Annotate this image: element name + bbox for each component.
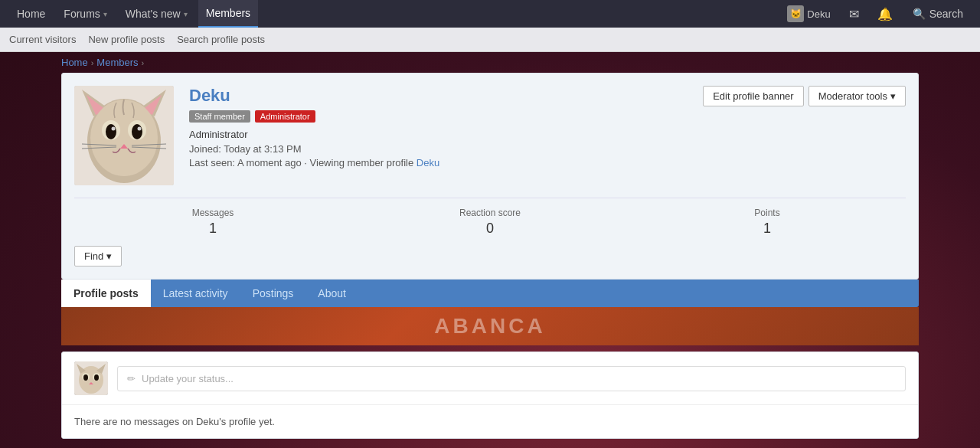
tab-about[interactable]: About xyxy=(305,280,358,307)
status-update-row: ✏ Update your status... xyxy=(62,352,918,405)
nav-links: Home Forums ▾ What's new ▾ Members xyxy=(9,0,258,28)
svg-point-24 xyxy=(83,374,88,381)
nav-members[interactable]: Members xyxy=(198,0,258,28)
profile-stats: Messages 1 Reaction score 0 Points 1 xyxy=(74,198,906,237)
search-profile-posts-link[interactable]: Search profile posts xyxy=(177,28,265,52)
find-row: Find ▾ xyxy=(74,246,906,267)
svg-point-11 xyxy=(112,127,116,131)
nav-whats-new[interactable]: What's new ▾ xyxy=(118,0,195,28)
top-navigation: Home Forums ▾ What's new ▾ Members 🐱 Dek… xyxy=(0,0,980,28)
svg-point-12 xyxy=(138,127,142,131)
svg-point-25 xyxy=(94,374,99,381)
nav-user-controls: 🐱 Deku ✉ 🔔 🔍 Search xyxy=(781,0,971,28)
moderator-tools-dropdown-icon: ▾ xyxy=(890,90,896,102)
banner-area: abanca xyxy=(61,307,919,345)
breadcrumb-sep-1: › xyxy=(91,58,94,67)
reaction-stat: Reaction score 0 xyxy=(351,208,629,237)
user-account-button[interactable]: 🐱 Deku xyxy=(781,0,836,28)
breadcrumb-home[interactable]: Home xyxy=(61,57,88,68)
user-avatar-small: 🐱 xyxy=(787,5,804,22)
forums-dropdown-icon: ▾ xyxy=(103,10,107,18)
tab-latest-activity[interactable]: Latest activity xyxy=(151,280,240,307)
moderator-tools-button[interactable]: Moderator tools ▾ xyxy=(808,86,906,106)
mail-button[interactable]: ✉ xyxy=(843,0,865,28)
reaction-value: 0 xyxy=(351,221,629,237)
profile-joined: Joined: Today at 3:13 PM xyxy=(189,143,906,155)
last-seen-label: Last seen: xyxy=(189,157,235,168)
bell-icon: 🔔 xyxy=(877,7,893,21)
tab-postings[interactable]: Postings xyxy=(240,280,306,307)
staff-badge: Staff member xyxy=(189,110,250,123)
posts-area: ✏ Update your status... There are no mes… xyxy=(61,352,919,439)
search-icon: 🔍 xyxy=(913,8,926,20)
status-input-field[interactable]: ✏ Update your status... xyxy=(117,366,906,391)
no-messages-text: There are no messages on Deku's profile … xyxy=(62,405,918,438)
status-avatar xyxy=(74,361,108,395)
profile-last-seen: Last seen: A moment ago · Viewing member… xyxy=(189,157,906,168)
find-button[interactable]: Find ▾ xyxy=(74,246,122,267)
profile-badges: Staff member Administrator xyxy=(189,110,906,123)
messages-stat: Messages 1 xyxy=(74,208,351,237)
joined-label: Joined: xyxy=(189,143,221,155)
nav-home[interactable]: Home xyxy=(9,0,53,28)
svg-point-10 xyxy=(132,124,142,139)
svg-point-6 xyxy=(90,100,158,176)
reaction-label: Reaction score xyxy=(351,208,629,218)
whats-new-dropdown-icon: ▾ xyxy=(184,10,188,18)
find-label: Find xyxy=(84,250,103,262)
profile-tabs: Profile posts Latest activity Postings A… xyxy=(61,280,919,307)
search-label: Search xyxy=(929,8,963,20)
points-label: Points xyxy=(629,208,906,218)
secondary-navigation: Current visitors New profile posts Searc… xyxy=(0,28,980,52)
breadcrumb-members[interactable]: Members xyxy=(96,57,138,68)
edit-profile-banner-button[interactable]: Edit profile banner xyxy=(703,86,804,106)
current-visitors-link[interactable]: Current visitors xyxy=(9,28,76,52)
notifications-button[interactable]: 🔔 xyxy=(871,0,899,28)
profile-role: Administrator xyxy=(189,129,906,140)
profile-card: Edit profile banner Moderator tools ▾ xyxy=(61,73,919,280)
breadcrumb: Home › Members › xyxy=(0,52,980,73)
joined-value: Today at 3:13 PM xyxy=(224,143,301,155)
admin-badge: Administrator xyxy=(255,110,315,123)
breadcrumb-sep-2: › xyxy=(142,58,145,67)
mail-icon: ✉ xyxy=(849,7,859,21)
new-profile-posts-link[interactable]: New profile posts xyxy=(88,28,165,52)
status-placeholder: Update your status... xyxy=(142,373,234,384)
banner-text: abanca xyxy=(434,314,545,338)
profile-avatar xyxy=(74,86,174,185)
nav-forums[interactable]: Forums ▾ xyxy=(56,0,114,28)
moderator-tools-label: Moderator tools xyxy=(818,90,887,102)
last-seen-value: A moment ago · Viewing member profile xyxy=(237,157,413,168)
pencil-icon: ✏ xyxy=(127,373,136,384)
svg-point-9 xyxy=(106,124,116,139)
messages-label: Messages xyxy=(74,208,351,218)
profile-action-buttons: Edit profile banner Moderator tools ▾ xyxy=(703,86,906,106)
messages-value: 1 xyxy=(74,221,351,237)
points-value: 1 xyxy=(629,221,906,237)
tab-profile-posts[interactable]: Profile posts xyxy=(61,280,151,307)
last-seen-profile-link[interactable]: Deku xyxy=(416,157,439,168)
find-dropdown-icon: ▾ xyxy=(106,250,112,262)
username-label: Deku xyxy=(807,8,830,20)
main-content: Edit profile banner Moderator tools ▾ xyxy=(61,73,919,439)
points-stat: Points 1 xyxy=(629,208,906,237)
search-button[interactable]: 🔍 Search xyxy=(905,0,971,28)
